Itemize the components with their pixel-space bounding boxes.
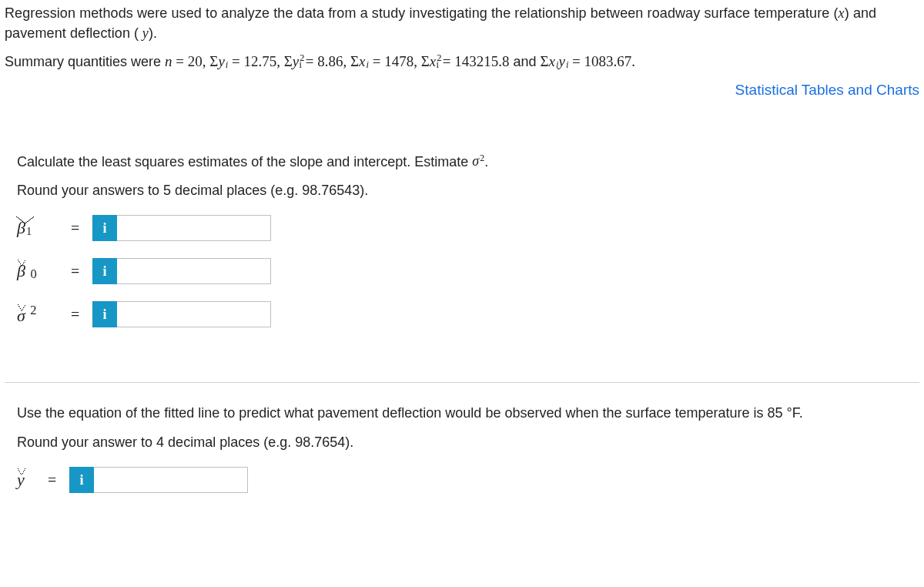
beta0-sub: 0 [29, 267, 36, 281]
yhat-label: y [17, 470, 48, 490]
beta1-sym: β [17, 218, 25, 237]
part2-round: Round your answer to 4 decimal places (e… [17, 432, 909, 454]
var-y: y [139, 25, 149, 41]
eq-sign: = [71, 263, 92, 280]
beta0-row: β 0 = i [17, 256, 909, 287]
sigma-var: σ [472, 153, 479, 169]
link-container: Statistical Tables and Charts [5, 82, 919, 99]
n-value: 20 [188, 53, 203, 69]
sum-xi2: 143215.8 [454, 53, 509, 69]
sigma-sym: σ [17, 306, 25, 325]
part1-inputs: β1 = i β 0 = i σ 2 = i [17, 213, 909, 330]
sum-period: . [631, 53, 635, 69]
stat-tables-link[interactable]: Statistical Tables and Charts [735, 82, 919, 98]
info-icon[interactable]: i [92, 301, 117, 327]
var-x: x [839, 5, 845, 21]
part2-prompt: Use the equation of the fitted line to p… [17, 403, 909, 424]
sum-yi: 12.75 [244, 53, 277, 69]
p1-prompt-b: . [484, 153, 488, 169]
part2-inputs: y = i [17, 465, 909, 495]
sigma-sup: 2 [29, 303, 36, 317]
eq-sign: = [71, 220, 92, 237]
part2-section: Use the equation of the fitted line to p… [5, 394, 919, 525]
sigma2-row: σ 2 = i [17, 299, 909, 330]
part1-prompt: Calculate the least squares estimates of… [17, 151, 909, 173]
beta1-row: β1 = i [17, 213, 909, 243]
part1-section: Calculate the least squares estimates of… [5, 142, 919, 359]
sum-xi: 1478 [384, 53, 413, 69]
sigma2-input[interactable] [117, 301, 271, 327]
eq-sign: = [48, 471, 69, 489]
intro-a: Regression methods were used to analyze … [5, 5, 839, 21]
info-icon[interactable]: i [92, 215, 117, 241]
and-text: and [509, 54, 540, 69]
info-icon[interactable]: i [69, 467, 94, 493]
sum-xiyi: 1083.67 [584, 53, 632, 69]
yhat-row: y = i [17, 465, 909, 495]
divider [5, 382, 919, 383]
sum-yi2: 8.86 [317, 53, 343, 69]
summary-lead: Summary quantities were [5, 54, 165, 69]
sigma2-label: σ 2 [17, 303, 71, 326]
beta0-label: β 0 [17, 261, 71, 282]
p1-prompt-a: Calculate the least squares estimates of… [17, 153, 472, 169]
question-container: Regression methods were used to analyze … [0, 0, 924, 532]
eq-sign: = [71, 306, 92, 324]
beta1-label: β1 [17, 218, 71, 238]
intro-c: ). [149, 25, 157, 41]
intro-text: Regression methods were used to analyze … [5, 3, 919, 43]
part1-round: Round your answers to 5 decimal places (… [17, 180, 909, 202]
yhat-sym: y [17, 470, 25, 489]
beta1-input[interactable] [117, 215, 271, 241]
beta1-sub: 1 [25, 225, 32, 237]
summary-line: Summary quantities were n = 20, Σyi = 12… [5, 52, 919, 71]
yhat-input[interactable] [94, 467, 248, 493]
beta0-input[interactable] [117, 258, 271, 284]
beta0-sym: β [17, 261, 25, 280]
info-icon[interactable]: i [92, 258, 117, 284]
